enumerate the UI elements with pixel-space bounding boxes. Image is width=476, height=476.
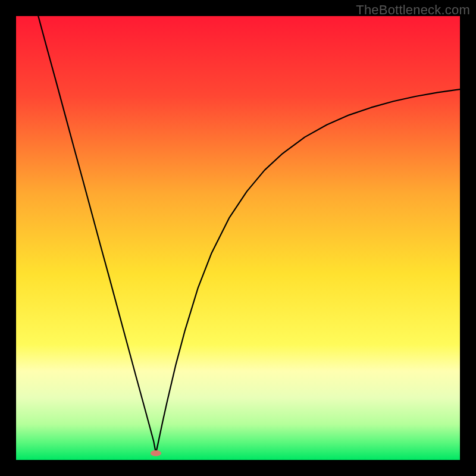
gradient-background: [16, 16, 460, 460]
minimum-marker: [151, 450, 161, 456]
bottleneck-chart: [16, 16, 460, 460]
chart-frame: [16, 16, 460, 460]
